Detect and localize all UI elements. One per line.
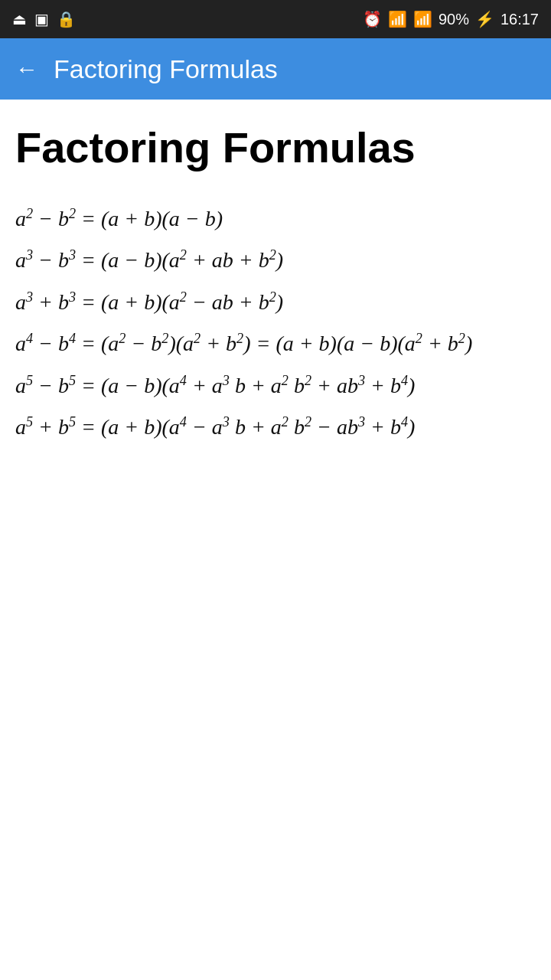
formula-3: a3 + b3 = (a + b)(a2 − ab + b2): [15, 283, 536, 322]
formula-5: a5 − b5 = (a − b)(a4 + a3 b + a2 b2 + ab…: [15, 367, 536, 405]
image-icon: ▣: [34, 10, 49, 28]
main-content: Factoring Formulas a2 − b2 = (a + b)(a −…: [0, 100, 551, 465]
back-button[interactable]: ←: [15, 56, 38, 82]
alarm-icon: ⏰: [363, 10, 382, 28]
page-title: Factoring Formulas: [15, 122, 536, 172]
formula-6: a5 + b5 = (a + b)(a4 − a3 b + a2 b2 − ab…: [15, 408, 536, 446]
formula-1: a2 − b2 = (a + b)(a − b): [15, 200, 536, 238]
formula-4: a4 − b4 = (a2 − b2)(a2 + b2) = (a + b)(a…: [15, 325, 536, 363]
time-display: 16:17: [500, 11, 539, 28]
battery-text: 90%: [439, 11, 469, 28]
battery-icon: ⚡: [475, 10, 494, 28]
formulas-list: a2 − b2 = (a + b)(a − b) a3 − b3 = (a − …: [15, 200, 536, 446]
formula-2: a3 − b3 = (a − b)(a2 + ab + b2): [15, 241, 536, 279]
lock-icon: 🔒: [57, 10, 76, 28]
status-bar: ⏏ ▣ 🔒 ⏰ 📶 📶 90% ⚡ 16:17: [0, 0, 551, 38]
app-bar-title: Factoring Formulas: [54, 54, 278, 84]
signal-icon: 📶: [413, 10, 432, 28]
status-right-icons: ⏰ 📶 📶 90% ⚡ 16:17: [363, 10, 539, 28]
usb-icon: ⏏: [12, 10, 27, 28]
status-left-icons: ⏏ ▣ 🔒: [12, 10, 76, 28]
wifi-icon: 📶: [388, 10, 407, 28]
app-bar: ← Factoring Formulas: [0, 38, 551, 100]
